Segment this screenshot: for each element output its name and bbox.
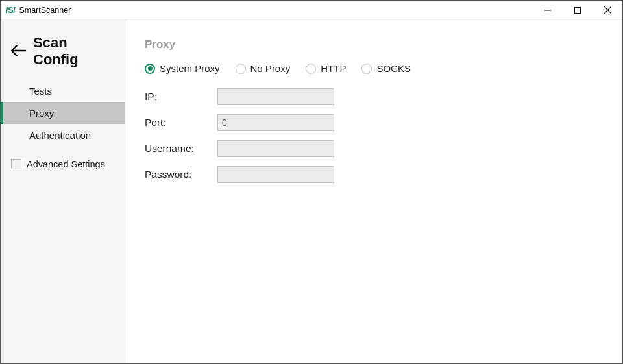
sidebar-header: Scan Config	[1, 34, 125, 80]
radio-label: No Proxy	[250, 63, 291, 74]
minimize-button[interactable]	[533, 1, 563, 19]
nav: Tests Proxy Authentication	[1, 80, 125, 146]
ip-label: IP:	[145, 91, 217, 103]
radio-dot-icon	[148, 66, 153, 71]
radio-http[interactable]: HTTP	[306, 63, 346, 74]
arrow-left-icon	[11, 45, 27, 56]
username-input[interactable]	[217, 140, 334, 157]
sidebar-item-tests[interactable]: Tests	[1, 80, 125, 102]
password-label: Password:	[145, 169, 217, 180]
page-title: Scan Config	[33, 34, 114, 68]
port-label: Port:	[145, 117, 217, 128]
radio-circle-icon	[145, 64, 155, 74]
proxy-type-radiogroup: System Proxy No Proxy HTTP SOCKS	[145, 63, 622, 74]
radio-label: SOCKS	[376, 63, 411, 74]
maximize-icon	[574, 7, 581, 14]
radio-circle-icon	[236, 64, 246, 74]
radio-socks[interactable]: SOCKS	[361, 63, 411, 74]
proxy-form: IP: Port: Username: Password:	[145, 88, 622, 183]
sidebar: Scan Config Tests Proxy Authentication A…	[1, 20, 125, 363]
back-button[interactable]	[11, 45, 27, 58]
ip-input[interactable]	[217, 88, 334, 105]
svg-rect-0	[575, 7, 581, 13]
sidebar-item-label: Tests	[29, 86, 52, 97]
password-input[interactable]	[217, 166, 334, 183]
advanced-settings-row[interactable]: Advanced Settings	[1, 146, 125, 182]
sidebar-item-authentication[interactable]: Authentication	[1, 124, 125, 146]
app-window: /S/ SmartScanner Scan Config	[0, 0, 623, 364]
sidebar-item-proxy[interactable]: Proxy	[1, 102, 125, 124]
minimize-icon	[544, 7, 551, 14]
titlebar-left: /S/ SmartScanner	[6, 5, 71, 15]
main-content: Proxy System Proxy No Proxy HTTP SOCKS	[125, 20, 622, 363]
titlebar: /S/ SmartScanner	[1, 1, 622, 20]
close-icon	[604, 6, 611, 14]
app-logo: /S/	[6, 5, 15, 15]
advanced-settings-label: Advanced Settings	[27, 159, 105, 169]
radio-label: HTTP	[321, 63, 346, 74]
sidebar-item-label: Authentication	[29, 130, 91, 141]
radio-circle-icon	[361, 64, 372, 74]
username-label: Username:	[145, 143, 217, 154]
advanced-settings-checkbox[interactable]	[11, 159, 21, 169]
close-button[interactable]	[592, 1, 622, 19]
app-title: SmartScanner	[19, 6, 71, 15]
port-input[interactable]	[217, 114, 334, 131]
radio-no-proxy[interactable]: No Proxy	[236, 63, 291, 74]
radio-circle-icon	[306, 64, 316, 74]
radio-label: System Proxy	[160, 63, 220, 74]
maximize-button[interactable]	[563, 1, 592, 19]
section-title: Proxy	[145, 38, 622, 51]
sidebar-item-label: Proxy	[29, 108, 54, 119]
body: Scan Config Tests Proxy Authentication A…	[1, 20, 622, 363]
radio-system-proxy[interactable]: System Proxy	[145, 63, 220, 74]
window-controls	[533, 1, 622, 19]
